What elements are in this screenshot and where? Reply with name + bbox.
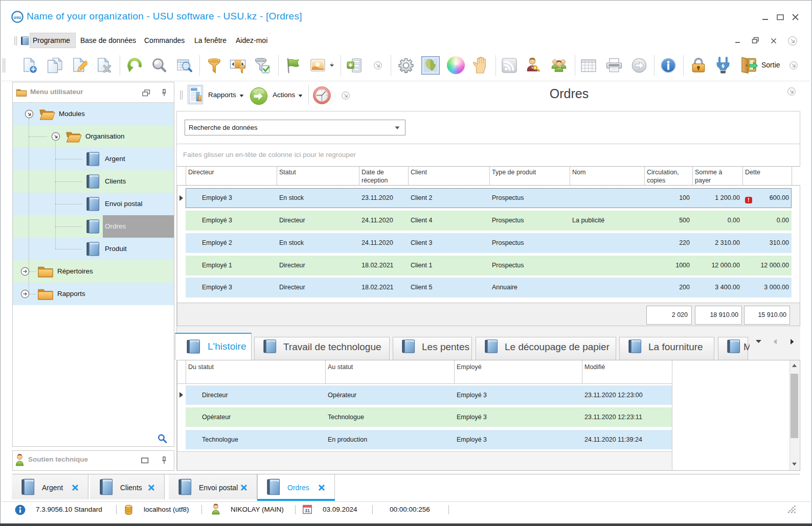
svg-text:31: 31 [305,508,310,513]
svg-text:usu: usu [13,15,21,20]
